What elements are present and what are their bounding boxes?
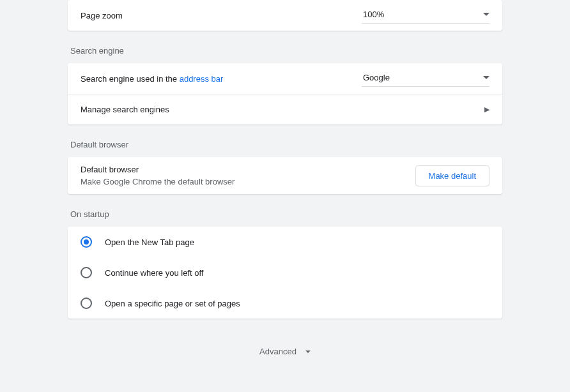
dropdown-icon [483, 13, 489, 16]
search-engine-label-prefix: Search engine used in the [81, 74, 180, 84]
page-zoom-card: Page zoom 100% [68, 0, 502, 31]
chevron-right-icon: ▶ [484, 105, 489, 114]
page-zoom-value: 100% [363, 10, 384, 19]
default-browser-subtitle: Make Google Chrome the default browser [81, 177, 235, 186]
address-bar-link[interactable]: address bar [180, 74, 224, 84]
default-browser-row: Default browser Make Google Chrome the d… [68, 157, 502, 194]
make-default-button[interactable]: Make default [415, 165, 489, 186]
startup-option-label: Continue where you left off [105, 268, 203, 278]
on-startup-card: Open the New Tab page Continue where you… [68, 227, 502, 319]
default-browser-text: Default browser Make Google Chrome the d… [81, 165, 235, 186]
dropdown-icon [305, 351, 311, 353]
startup-option-label: Open the New Tab page [105, 237, 194, 247]
radio-icon[interactable] [81, 298, 92, 309]
advanced-label: Advanced [259, 347, 297, 356]
page-zoom-select[interactable]: 100% [362, 7, 489, 24]
search-engine-select[interactable]: Google [362, 70, 489, 87]
search-engine-card: Search engine used in the address bar Go… [68, 63, 502, 124]
radio-icon[interactable] [81, 267, 92, 278]
dropdown-icon [483, 76, 489, 79]
startup-option-continue[interactable]: Continue where you left off [68, 257, 502, 288]
page-zoom-row: Page zoom 100% [68, 0, 502, 31]
page-zoom-label: Page zoom [81, 11, 123, 20]
default-browser-title: Default browser [81, 165, 235, 174]
search-engine-row: Search engine used in the address bar Go… [68, 63, 502, 94]
default-browser-card: Default browser Make Google Chrome the d… [68, 157, 502, 194]
manage-search-engines-label: Manage search engines [81, 105, 169, 114]
on-startup-section-title: On startup [70, 209, 502, 219]
default-browser-section-title: Default browser [70, 140, 502, 149]
search-engine-section-title: Search engine [70, 46, 502, 56]
search-engine-label: Search engine used in the address bar [81, 74, 223, 84]
startup-option-new-tab[interactable]: Open the New Tab page [68, 227, 502, 257]
manage-search-engines-row[interactable]: Manage search engines ▶ [68, 94, 502, 124]
startup-option-label: Open a specific page or set of pages [105, 299, 240, 308]
search-engine-value: Google [363, 73, 390, 82]
startup-option-specific[interactable]: Open a specific page or set of pages [68, 288, 502, 319]
radio-icon[interactable] [81, 236, 92, 248]
advanced-toggle[interactable]: Advanced [68, 334, 502, 364]
